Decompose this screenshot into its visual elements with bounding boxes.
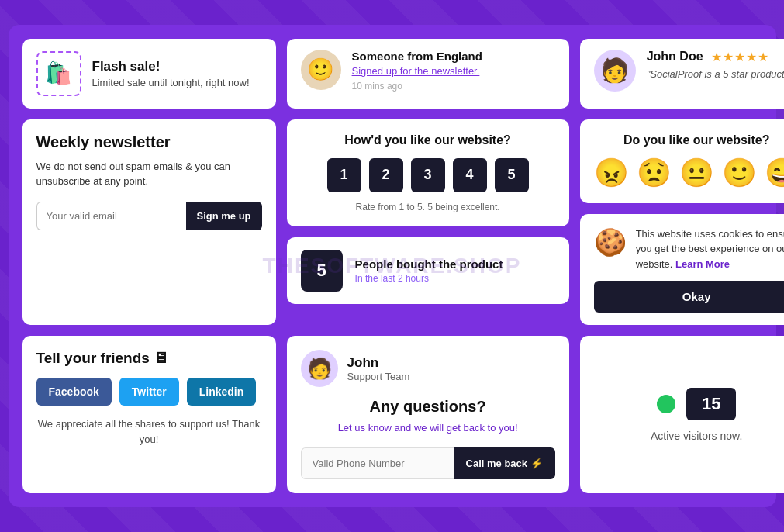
- review-info: John Doe ★★★★★ "SocialProof is a 5 star …: [647, 50, 784, 80]
- rating-btn-4[interactable]: 4: [453, 158, 487, 192]
- visitors-label: Active visitors now.: [651, 430, 742, 442]
- emoji-sad[interactable]: 😟: [637, 157, 672, 189]
- cookie-okay-button[interactable]: Okay: [594, 281, 784, 313]
- visitors-row: 15: [657, 388, 736, 420]
- sales-count: 5: [301, 250, 343, 292]
- social-proof-time: 10 mins ago: [352, 81, 482, 92]
- newsletter-card: Weekly newsletter We do not send out spa…: [22, 119, 276, 326]
- social-proof-action: Signed up for the newsletter.: [352, 65, 482, 77]
- call-me-back-button[interactable]: Call me back ⚡: [454, 447, 555, 479]
- newsletter-title: Weekly newsletter: [36, 133, 262, 151]
- cookie-info: 🍪 This website uses cookies to ensure yo…: [594, 226, 784, 272]
- emoji-angry[interactable]: 😠: [594, 157, 629, 189]
- support-subtitle: Let us know and we will get back to you!: [338, 422, 518, 434]
- support-role: Support Team: [347, 371, 410, 382]
- sales-info: People bought the product In the last 2 …: [355, 257, 503, 284]
- newsletter-form: Sign me up: [36, 202, 262, 230]
- like-card: Do you like our website? 😠 😟 😐 🙂 😄: [580, 119, 784, 203]
- rating-btn-2[interactable]: 2: [369, 158, 403, 192]
- review-name: John Doe: [647, 50, 703, 64]
- sales-title: People bought the product: [355, 257, 503, 271]
- friends-note: We appreciate all the shares to support …: [36, 416, 262, 447]
- rating-buttons: 1 2 3 4 5: [301, 158, 555, 192]
- cookie-card: 🍪 This website uses cookies to ensure yo…: [580, 214, 784, 326]
- support-header: 🧑 John Support Team: [301, 350, 410, 387]
- emoji-neutral[interactable]: 😐: [679, 157, 714, 189]
- cookie-icon: 🍪: [594, 226, 627, 257]
- newsletter-body: We do not send out spam emails & you can…: [36, 159, 262, 189]
- twitter-button[interactable]: Twitter: [119, 378, 179, 406]
- phone-input[interactable]: [301, 447, 454, 479]
- linkedin-button[interactable]: Linkedin: [187, 378, 257, 406]
- rating-title: How'd you like our website?: [301, 133, 555, 147]
- support-avatar: 🧑: [301, 350, 338, 387]
- social-proof-card: 🙂 Someone from England Signed up for the…: [287, 39, 569, 109]
- review-avatar: 🧑: [594, 50, 636, 92]
- rating-btn-1[interactable]: 1: [327, 158, 361, 192]
- support-title: Any questions?: [370, 398, 486, 416]
- friends-card: Tell your friends 🖥 Facebook Twitter Lin…: [22, 336, 276, 493]
- support-card: 🧑 John Support Team Any questions? Let u…: [287, 336, 569, 493]
- social-proof-name: Someone from England: [352, 50, 482, 63]
- cookie-text: This website uses cookies to ensure you …: [636, 226, 784, 272]
- review-text: "SocialProof is a 5 star product!": [647, 68, 784, 80]
- rating-card: How'd you like our website? 1 2 3 4 5 Ra…: [287, 119, 569, 226]
- social-proof-avatar: 🙂: [301, 50, 341, 90]
- review-stars: ★★★★★: [711, 50, 769, 64]
- support-name: John: [347, 355, 410, 371]
- flash-sale-text: Flash sale! Limited sale until tonight, …: [92, 59, 250, 88]
- flash-title: Flash sale!: [92, 59, 250, 74]
- email-input[interactable]: [36, 202, 186, 230]
- friends-title: Tell your friends 🖥: [36, 350, 262, 367]
- flash-subtitle: Limited sale until tonight, right now!: [92, 77, 250, 88]
- like-title: Do you like our website?: [623, 133, 769, 147]
- like-emojis: 😠 😟 😐 🙂 😄: [594, 157, 784, 189]
- sales-card: 5 People bought the product In the last …: [287, 237, 569, 304]
- emoji-happy[interactable]: 🙂: [722, 157, 757, 189]
- social-buttons: Facebook Twitter Linkedin: [36, 378, 262, 406]
- flash-sale-card: 🛍️ Flash sale! Limited sale until tonigh…: [22, 39, 276, 109]
- review-card: 🧑 John Doe ★★★★★ "SocialProof is a 5 sta…: [580, 39, 784, 109]
- emoji-excited[interactable]: 😄: [765, 157, 784, 189]
- visitors-card: 15 Active visitors now.: [580, 336, 784, 493]
- phone-form: Call me back ⚡: [301, 447, 555, 479]
- rating-btn-5[interactable]: 5: [495, 158, 529, 192]
- rating-btn-3[interactable]: 3: [411, 158, 445, 192]
- facebook-button[interactable]: Facebook: [36, 378, 112, 406]
- sales-subtitle: In the last 2 hours: [355, 273, 503, 284]
- rating-note: Rate from 1 to 5. 5 being excellent.: [301, 202, 555, 212]
- flash-sale-icon: 🛍️: [36, 51, 81, 96]
- signup-button[interactable]: Sign me up: [186, 202, 262, 230]
- visitors-count: 15: [686, 388, 736, 420]
- support-info: John Support Team: [347, 355, 410, 382]
- active-indicator: [657, 395, 675, 413]
- learn-more-link[interactable]: Learn More: [675, 258, 730, 270]
- social-proof-info: Someone from England Signed up for the n…: [352, 50, 482, 92]
